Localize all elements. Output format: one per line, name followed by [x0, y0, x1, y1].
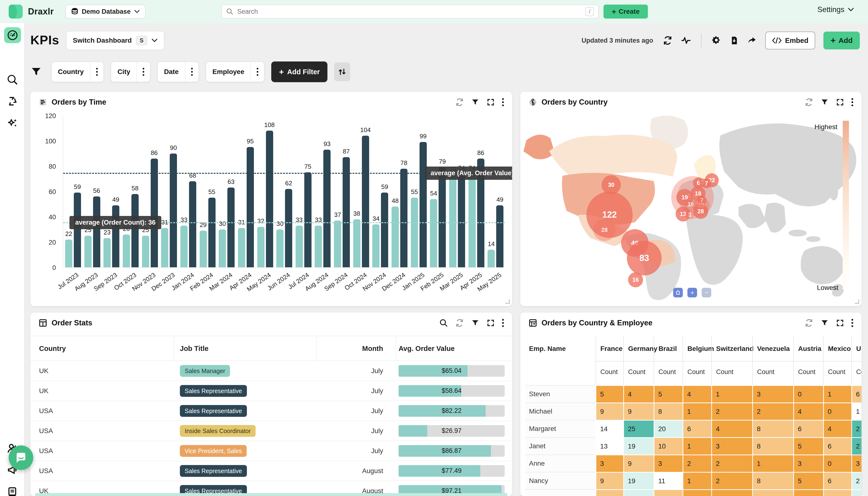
- avg-order-value-bar[interactable]: 62: [285, 189, 292, 267]
- order-count-bar[interactable]: 23: [104, 238, 111, 267]
- table-row[interactable]: USAInside Sales CoordinatorJuly$26.97: [30, 421, 512, 441]
- kebab-menu-icon[interactable]: [136, 62, 150, 82]
- create-button[interactable]: + Create: [604, 4, 648, 18]
- avg-order-value-bar[interactable]: 59: [381, 192, 388, 267]
- refresh-icon[interactable]: [663, 36, 672, 45]
- avg-order-value-bar[interactable]: 78: [400, 169, 408, 267]
- map-home-button[interactable]: [673, 288, 683, 297]
- kebab-menu-icon[interactable]: [502, 98, 504, 106]
- map-zoom-out-button[interactable]: −: [702, 288, 711, 297]
- filter-chip-city[interactable]: City: [111, 61, 150, 82]
- column-header[interactable]: Country: [39, 344, 66, 352]
- filter-chip-employee[interactable]: Employee: [205, 61, 264, 82]
- order-count-bar[interactable]: 30: [219, 230, 226, 267]
- order-count-bar[interactable]: 33: [180, 226, 187, 267]
- order-count-bar[interactable]: 33: [295, 226, 303, 267]
- chat-launcher-button[interactable]: [9, 445, 33, 470]
- export-file-icon[interactable]: [730, 35, 739, 46]
- row-header-label[interactable]: Emp. Name: [529, 345, 566, 353]
- refresh-icon[interactable]: [455, 319, 464, 327]
- country-column-header[interactable]: Germany: [628, 345, 657, 353]
- employee-name-cell[interactable]: Margaret: [525, 420, 596, 437]
- expand-icon[interactable]: [487, 319, 495, 327]
- resize-handle[interactable]: [505, 299, 510, 304]
- search-icon[interactable]: [439, 319, 448, 327]
- order-count-bar[interactable]: 29: [200, 231, 207, 267]
- kebab-menu-icon[interactable]: [90, 62, 104, 82]
- table-row[interactable]: USASales RepresentativeAugust$77.49: [30, 461, 512, 481]
- employee-name-cell[interactable]: Janet: [525, 437, 596, 454]
- sidebar-item-automations[interactable]: [6, 95, 18, 108]
- database-selector[interactable]: Demo Database: [65, 4, 146, 18]
- order-count-bar[interactable]: 48: [392, 206, 399, 267]
- avg-order-value-bar[interactable]: 95: [247, 147, 254, 267]
- avg-order-value-bar[interactable]: 86: [151, 159, 158, 267]
- sidebar-item-ai-assist[interactable]: [6, 117, 18, 130]
- order-count-bar[interactable]: 30: [276, 230, 284, 267]
- employee-name-cell[interactable]: Michael: [525, 402, 596, 420]
- order-count-bar[interactable]: 74: [469, 174, 476, 267]
- expand-icon[interactable]: [487, 98, 495, 106]
- activity-icon[interactable]: [681, 36, 691, 45]
- avg-order-value-bar[interactable]: 49: [496, 205, 503, 267]
- reorder-filters-button[interactable]: [334, 62, 350, 81]
- filter-chip-date[interactable]: Date: [157, 61, 199, 82]
- embed-button[interactable]: Embed: [765, 32, 815, 49]
- order-count-bar[interactable]: 26: [123, 234, 130, 267]
- avg-order-value-bar[interactable]: 108: [266, 130, 273, 267]
- avg-order-value-bar[interactable]: 90: [170, 154, 177, 267]
- search-input[interactable]: [237, 8, 585, 16]
- avg-order-value-bar[interactable]: 58: [132, 194, 139, 267]
- table-row[interactable]: UKSales ManagerJuly$65.04: [30, 361, 512, 381]
- avg-order-value-bar[interactable]: 59: [74, 192, 81, 267]
- avg-order-value-bar[interactable]: 79: [439, 167, 446, 267]
- country-column-header[interactable]: Brazil: [658, 345, 677, 353]
- kebab-menu-icon[interactable]: [250, 62, 264, 82]
- order-count-bar[interactable]: 54: [430, 199, 437, 267]
- country-column-header[interactable]: Mexico: [828, 345, 851, 353]
- order-count-bar[interactable]: 33: [315, 226, 322, 267]
- table-row[interactable]: UKSales RepresentativeJuly$58.64: [30, 381, 512, 401]
- order-count-bar[interactable]: 31: [161, 228, 168, 267]
- avg-order-value-bar[interactable]: 93: [323, 150, 331, 267]
- employee-name-cell[interactable]: Anne: [525, 454, 596, 472]
- avg-order-value-bar[interactable]: 56: [93, 197, 100, 267]
- sidebar-item-docs[interactable]: [6, 485, 18, 496]
- expand-icon[interactable]: [836, 98, 844, 106]
- expand-icon[interactable]: [836, 319, 844, 327]
- refresh-icon[interactable]: [805, 98, 813, 107]
- switch-dashboard-button[interactable]: Switch Dashboard S: [66, 31, 165, 50]
- order-count-bar[interactable]: 25: [85, 236, 92, 267]
- sidebar-item-dashboards[interactable]: [4, 27, 21, 43]
- order-count-bar[interactable]: 14: [488, 250, 495, 267]
- add-filter-button[interactable]: + Add Filter: [271, 61, 328, 82]
- country-column-header[interactable]: Venezuela: [757, 345, 790, 353]
- kebab-menu-icon[interactable]: [851, 319, 853, 327]
- filter-chip-country[interactable]: Country: [51, 61, 104, 82]
- avg-order-value-bar[interactable]: 74: [458, 174, 465, 267]
- share-icon[interactable]: [747, 36, 757, 45]
- country-column-header[interactable]: France: [600, 345, 623, 353]
- column-header[interactable]: Avg. Order Value: [398, 344, 455, 352]
- country-column-header[interactable]: Austria: [798, 345, 821, 353]
- avg-order-value-bar[interactable]: 63: [227, 187, 234, 267]
- avg-order-value-bar[interactable]: 99: [420, 142, 427, 267]
- order-count-bar[interactable]: 22: [65, 239, 72, 267]
- table-row[interactable]: USAVice President, SalesJuly$86.87: [30, 441, 512, 461]
- map-zoom-in-button[interactable]: +: [687, 288, 697, 297]
- filter-icon[interactable]: [471, 319, 479, 327]
- employee-name-cell[interactable]: Steven: [525, 385, 596, 402]
- refresh-icon[interactable]: [455, 98, 464, 107]
- column-header[interactable]: Month: [362, 344, 383, 352]
- settings-menu[interactable]: Settings: [817, 5, 854, 14]
- kebab-menu-icon[interactable]: [502, 319, 504, 327]
- avg-order-value-bar[interactable]: 55: [208, 198, 216, 267]
- order-count-bar[interactable]: 32: [257, 227, 264, 267]
- order-count-bar[interactable]: 31: [238, 228, 245, 267]
- filter-icon[interactable]: [821, 98, 829, 106]
- order-count-bar[interactable]: 38: [353, 219, 361, 267]
- employee-name-cell[interactable]: Nancy: [525, 472, 596, 489]
- avg-order-value-bar[interactable]: 104: [362, 136, 369, 267]
- avg-order-value-bar[interactable]: 75: [304, 172, 311, 267]
- order-count-bar[interactable]: 73: [449, 175, 456, 267]
